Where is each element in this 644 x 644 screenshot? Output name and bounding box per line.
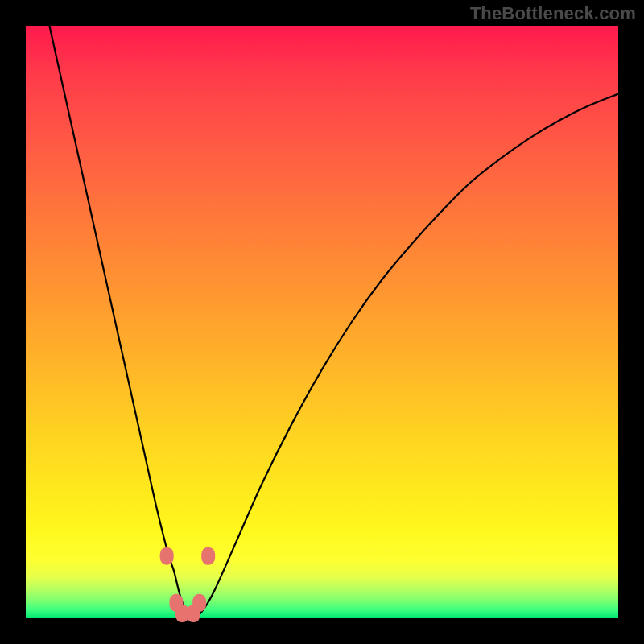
curve-markers [160, 547, 216, 622]
watermark-text: TheBottleneck.com [470, 3, 636, 24]
curve-marker [160, 547, 174, 565]
curve-path [49, 26, 618, 616]
curve-marker [201, 547, 215, 565]
chart-plot-area [26, 26, 618, 618]
bottleneck-curve [26, 26, 618, 618]
chart-frame: TheBottleneck.com [0, 0, 644, 644]
curve-marker [187, 605, 200, 622]
